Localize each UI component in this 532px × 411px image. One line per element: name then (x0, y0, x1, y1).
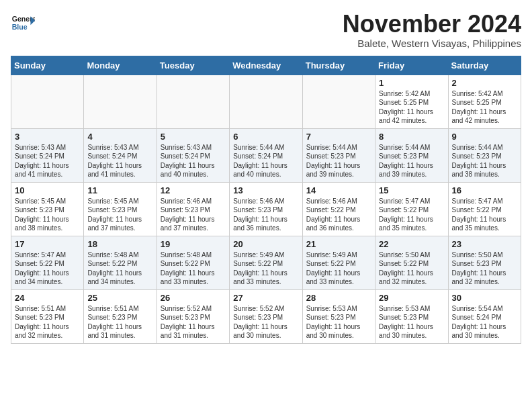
calendar-cell: 7Sunrise: 5:44 AM Sunset: 5:23 PM Daylig… (302, 128, 375, 182)
day-number: 8 (379, 132, 444, 142)
day-info: Sunrise: 5:47 AM Sunset: 5:22 PM Dayligh… (379, 197, 444, 233)
calendar-cell: 16Sunrise: 5:47 AM Sunset: 5:22 PM Dayli… (448, 182, 521, 236)
weekday-header-sunday: Sunday (11, 56, 84, 75)
calendar-cell: 19Sunrise: 5:48 AM Sunset: 5:22 PM Dayli… (157, 236, 229, 289)
day-info: Sunrise: 5:48 AM Sunset: 5:22 PM Dayligh… (87, 250, 152, 287)
day-number: 27 (233, 293, 298, 303)
weekday-header-monday: Monday (84, 56, 157, 75)
day-info: Sunrise: 5:52 AM Sunset: 5:23 PM Dayligh… (161, 304, 226, 340)
day-number: 12 (161, 185, 226, 195)
day-info: Sunrise: 5:46 AM Sunset: 5:23 PM Dayligh… (161, 197, 226, 233)
calendar-cell: 30Sunrise: 5:54 AM Sunset: 5:24 PM Dayli… (448, 289, 521, 343)
calendar-cell (84, 75, 157, 128)
calendar-cell: 23Sunrise: 5:50 AM Sunset: 5:23 PM Dayli… (448, 236, 521, 289)
day-number: 3 (15, 132, 80, 142)
calendar-cell: 9Sunrise: 5:44 AM Sunset: 5:23 PM Daylig… (448, 128, 521, 182)
calendar-cell: 28Sunrise: 5:53 AM Sunset: 5:23 PM Dayli… (302, 289, 375, 343)
day-info: Sunrise: 5:51 AM Sunset: 5:23 PM Dayligh… (15, 304, 80, 340)
calendar-cell: 5Sunrise: 5:43 AM Sunset: 5:24 PM Daylig… (157, 128, 229, 182)
calendar-cell: 18Sunrise: 5:48 AM Sunset: 5:22 PM Dayli… (84, 236, 157, 289)
day-info: Sunrise: 5:50 AM Sunset: 5:22 PM Dayligh… (379, 250, 444, 287)
day-info: Sunrise: 5:42 AM Sunset: 5:25 PM Dayligh… (379, 89, 444, 126)
title-area: November 2024 Balete, Western Visayas, P… (343, 11, 521, 49)
day-info: Sunrise: 5:45 AM Sunset: 5:23 PM Dayligh… (87, 197, 152, 233)
day-info: Sunrise: 5:51 AM Sunset: 5:23 PM Dayligh… (87, 304, 152, 340)
page-header: General Blue November 2024 Balete, Weste… (11, 11, 521, 49)
day-number: 7 (306, 132, 371, 142)
day-number: 16 (452, 185, 517, 195)
day-number: 11 (87, 185, 152, 195)
calendar-table: SundayMondayTuesdayWednesdayThursdayFrid… (11, 56, 521, 344)
day-number: 4 (87, 132, 152, 142)
weekday-header-friday: Friday (375, 56, 448, 75)
day-number: 9 (452, 132, 517, 142)
calendar-cell: 11Sunrise: 5:45 AM Sunset: 5:23 PM Dayli… (84, 182, 157, 236)
day-number: 28 (306, 293, 371, 303)
day-number: 1 (379, 78, 444, 88)
day-number: 14 (306, 185, 371, 195)
calendar-cell: 27Sunrise: 5:52 AM Sunset: 5:23 PM Dayli… (230, 289, 302, 343)
calendar-cell (230, 75, 302, 128)
calendar-cell: 25Sunrise: 5:51 AM Sunset: 5:23 PM Dayli… (84, 289, 157, 343)
calendar-cell: 2Sunrise: 5:42 AM Sunset: 5:25 PM Daylig… (448, 75, 521, 128)
day-info: Sunrise: 5:43 AM Sunset: 5:24 PM Dayligh… (87, 143, 152, 179)
logo-icon: General Blue (11, 11, 35, 35)
day-number: 22 (379, 239, 444, 249)
day-info: Sunrise: 5:42 AM Sunset: 5:25 PM Dayligh… (452, 89, 517, 126)
day-number: 20 (233, 239, 298, 249)
calendar-cell: 10Sunrise: 5:45 AM Sunset: 5:23 PM Dayli… (11, 182, 84, 236)
day-info: Sunrise: 5:52 AM Sunset: 5:23 PM Dayligh… (233, 304, 298, 340)
calendar-week-4: 24Sunrise: 5:51 AM Sunset: 5:23 PM Dayli… (11, 289, 521, 343)
day-number: 10 (15, 185, 80, 195)
calendar-cell: 17Sunrise: 5:47 AM Sunset: 5:22 PM Dayli… (11, 236, 84, 289)
day-number: 21 (306, 239, 371, 249)
calendar-cell: 4Sunrise: 5:43 AM Sunset: 5:24 PM Daylig… (84, 128, 157, 182)
calendar-cell (302, 75, 375, 128)
calendar-body: 1Sunrise: 5:42 AM Sunset: 5:25 PM Daylig… (11, 75, 521, 343)
day-info: Sunrise: 5:48 AM Sunset: 5:22 PM Dayligh… (161, 250, 226, 287)
logo: General Blue (11, 11, 35, 35)
day-number: 17 (15, 239, 80, 249)
day-info: Sunrise: 5:53 AM Sunset: 5:23 PM Dayligh… (306, 304, 371, 340)
calendar-cell: 6Sunrise: 5:44 AM Sunset: 5:24 PM Daylig… (230, 128, 302, 182)
calendar-cell: 20Sunrise: 5:49 AM Sunset: 5:22 PM Dayli… (230, 236, 302, 289)
day-number: 30 (452, 293, 517, 303)
day-info: Sunrise: 5:47 AM Sunset: 5:22 PM Dayligh… (452, 197, 517, 233)
day-number: 26 (161, 293, 226, 303)
calendar-header-row: SundayMondayTuesdayWednesdayThursdayFrid… (11, 56, 521, 75)
calendar-cell: 24Sunrise: 5:51 AM Sunset: 5:23 PM Dayli… (11, 289, 84, 343)
calendar-cell: 29Sunrise: 5:53 AM Sunset: 5:23 PM Dayli… (375, 289, 448, 343)
day-info: Sunrise: 5:44 AM Sunset: 5:23 PM Dayligh… (306, 143, 371, 179)
day-info: Sunrise: 5:53 AM Sunset: 5:23 PM Dayligh… (379, 304, 444, 340)
day-number: 19 (161, 239, 226, 249)
weekday-header-tuesday: Tuesday (157, 56, 229, 75)
day-info: Sunrise: 5:50 AM Sunset: 5:23 PM Dayligh… (452, 250, 517, 287)
day-info: Sunrise: 5:49 AM Sunset: 5:22 PM Dayligh… (233, 250, 298, 287)
day-info: Sunrise: 5:43 AM Sunset: 5:24 PM Dayligh… (15, 143, 80, 179)
calendar-week-2: 10Sunrise: 5:45 AM Sunset: 5:23 PM Dayli… (11, 182, 521, 236)
day-info: Sunrise: 5:44 AM Sunset: 5:24 PM Dayligh… (233, 143, 298, 179)
day-info: Sunrise: 5:43 AM Sunset: 5:24 PM Dayligh… (161, 143, 226, 179)
calendar-cell: 22Sunrise: 5:50 AM Sunset: 5:22 PM Dayli… (375, 236, 448, 289)
calendar-cell: 12Sunrise: 5:46 AM Sunset: 5:23 PM Dayli… (157, 182, 229, 236)
day-info: Sunrise: 5:46 AM Sunset: 5:22 PM Dayligh… (306, 197, 371, 233)
calendar-cell: 14Sunrise: 5:46 AM Sunset: 5:22 PM Dayli… (302, 182, 375, 236)
day-info: Sunrise: 5:44 AM Sunset: 5:23 PM Dayligh… (379, 143, 444, 179)
day-info: Sunrise: 5:46 AM Sunset: 5:23 PM Dayligh… (233, 197, 298, 233)
calendar-week-1: 3Sunrise: 5:43 AM Sunset: 5:24 PM Daylig… (11, 128, 521, 182)
month-title: November 2024 (343, 11, 521, 38)
weekday-header-saturday: Saturday (448, 56, 521, 75)
day-number: 2 (452, 78, 517, 88)
day-number: 6 (233, 132, 298, 142)
day-number: 23 (452, 239, 517, 249)
calendar-cell: 3Sunrise: 5:43 AM Sunset: 5:24 PM Daylig… (11, 128, 84, 182)
weekday-header-wednesday: Wednesday (230, 56, 302, 75)
location: Balete, Western Visayas, Philippines (343, 38, 521, 49)
day-number: 5 (161, 132, 226, 142)
day-number: 15 (379, 185, 444, 195)
day-info: Sunrise: 5:45 AM Sunset: 5:23 PM Dayligh… (15, 197, 80, 233)
day-number: 24 (15, 293, 80, 303)
svg-text:Blue: Blue (12, 23, 28, 31)
day-number: 25 (87, 293, 152, 303)
calendar-cell (11, 75, 84, 128)
